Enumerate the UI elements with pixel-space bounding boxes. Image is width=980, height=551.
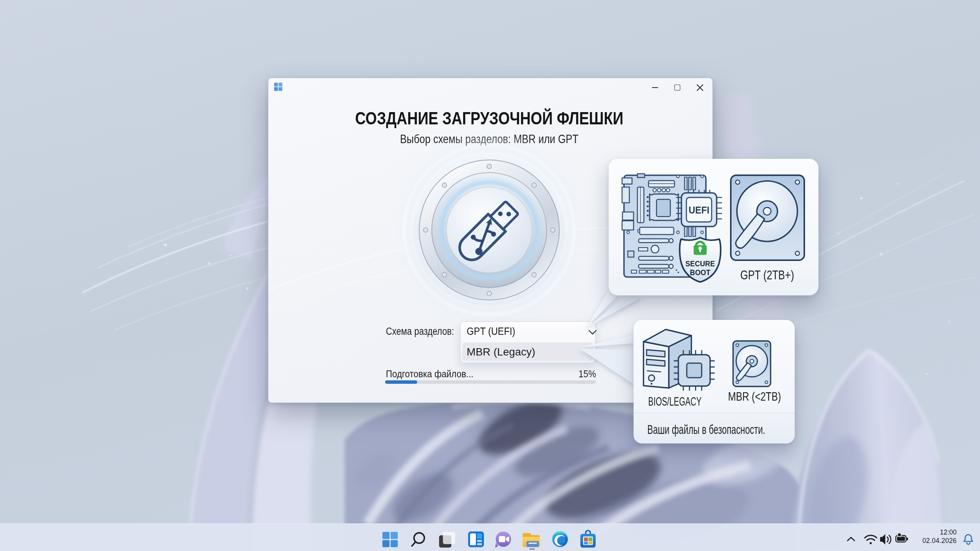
svg-text:GPT (2TB+): GPT (2TB+): [740, 268, 794, 282]
svg-text:BOOT: BOOT: [690, 268, 710, 277]
svg-text:BIOS/LEGACY: BIOS/LEGACY: [648, 395, 701, 408]
svg-text:Ваши файлы в безопасности.: Ваши файлы в безопасности.: [647, 422, 765, 437]
svg-text:UEFI: UEFI: [689, 204, 709, 215]
svg-text:SECURE: SECURE: [686, 259, 715, 268]
svg-text:MBR (<2TB): MBR (<2TB): [728, 390, 781, 403]
